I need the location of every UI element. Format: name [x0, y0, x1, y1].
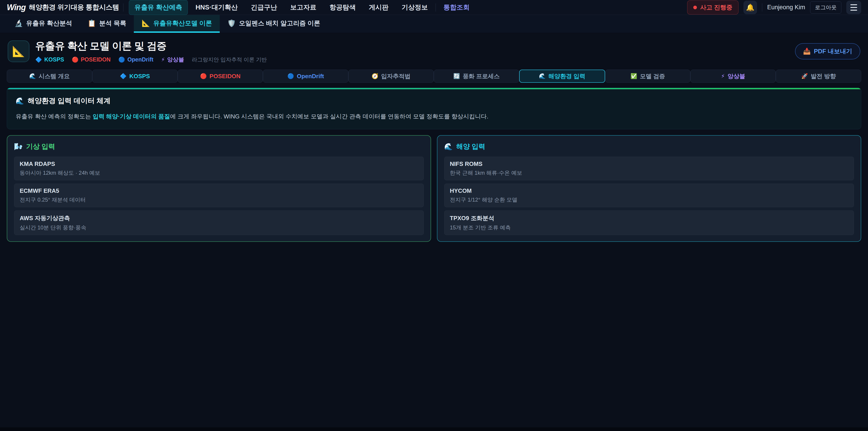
weather-input-card: 🌬️ 기상 입력 KMA RDAPS 동아시아 12km 해상도 · 24h 예…: [7, 135, 431, 242]
incident-status-badge[interactable]: 사고 진행중: [687, 0, 739, 14]
section-nav-opendrift[interactable]: 🔵 OpenDrift: [263, 70, 348, 83]
list-item-tpxo9[interactable]: TPXO9 조화분석 15개 분조 기반 조류 예측: [444, 210, 854, 235]
badge-opendrift: 🔵 OpenDrift: [118, 56, 153, 63]
model-badge-row: 🔷 KOSPS 🔴 POSEIDON 🔵 OpenDrift ⚡ 앙상블 라그랑…: [35, 56, 267, 63]
user-name: Eunjeong Kim: [767, 4, 805, 11]
incident-dot-icon: [693, 6, 697, 9]
app-logo[interactable]: Wing 해양환경 위기대응 통합시스템: [7, 3, 119, 12]
wave-icon: 🌊: [29, 73, 36, 79]
hamburger-menu-button[interactable]: [846, 1, 861, 14]
pdf-export-button[interactable]: 📥 PDF 내보내기: [795, 43, 860, 59]
nav-item-hns-atmospheric[interactable]: HNS·대기확산: [190, 0, 243, 15]
wave-icon: 🌊: [444, 143, 453, 151]
section-nav-label: POSEIDON: [210, 73, 241, 80]
lightning-icon: ⚡: [161, 57, 165, 63]
section-nav-particle-tracking[interactable]: 🧭 입자추적법: [348, 70, 434, 83]
section-nav-model-validation[interactable]: ✅ 모델 검증: [605, 70, 690, 83]
nav-item-integrated-search[interactable]: 통합조회: [438, 0, 475, 15]
badge-label: KOSPS: [44, 56, 64, 63]
wind-face-icon: 🌬️: [14, 143, 22, 151]
check-mark-icon: ✅: [630, 73, 637, 79]
tab-label: 오일펜스 배치 알고리즘 이론: [239, 19, 320, 28]
badge-ensemble: ⚡ 앙상블: [161, 56, 184, 63]
section-nav-marine-environment-input[interactable]: 🌊 해양환경 입력: [519, 70, 605, 83]
nav-item-emergency-rescue[interactable]: 긴급구난: [246, 0, 283, 15]
hamburger-bar: [850, 4, 857, 5]
weather-input-card-header: 🌬️ 기상 입력: [14, 142, 424, 151]
hamburger-bar: [850, 7, 857, 8]
list-item-kma-rdaps[interactable]: KMA RDAPS 동아시아 12km 해상도 · 24h 예보: [14, 157, 424, 180]
tab-analysis-list[interactable]: 📋 분석 목록: [80, 15, 134, 33]
page-title-iconbox: 📐: [8, 40, 29, 62]
tab-oil-fence-algorithm-theory[interactable]: 🛡️ 오일펜스 배치 알고리즘 이론: [220, 15, 328, 33]
blue-diamond-icon: 🔷: [120, 73, 127, 79]
blue-diamond-icon: 🔷: [35, 57, 42, 63]
user-divider: [762, 3, 762, 11]
blue-circle-icon: 🔵: [287, 73, 294, 79]
section-nav-weathering-process[interactable]: 🔄 풍화 프로세스: [434, 70, 519, 83]
badge-label: 앙상블: [167, 56, 184, 63]
compass-icon: 🧭: [372, 73, 378, 79]
badge-kosps: 🔷 KOSPS: [35, 56, 64, 63]
nav-item-aerial-search[interactable]: 항공탐색: [324, 0, 361, 15]
data-source-name: HYCOM: [450, 187, 848, 194]
notification-bell-button[interactable]: 🔔: [743, 1, 757, 14]
paragraph-prefix: 유출유 확산 예측의 정확도는: [16, 113, 93, 120]
badge-poseidon: 🔴 POSEIDON: [72, 56, 111, 63]
logout-button[interactable]: 로그아웃: [810, 1, 841, 13]
paragraph-suffix: 에 크게 좌우됩니다. WING 시스템은 국내외 수치예보 모델과 실시간 관…: [170, 113, 488, 120]
nav-item-oil-spill-forecast[interactable]: 유출유 확산예측: [129, 0, 188, 15]
list-item-ecmwf-era5[interactable]: ECMWF ERA5 전지구 0.25° 재분석 데이터: [14, 184, 424, 207]
list-item-hycom[interactable]: HYCOM 전지구 1/12° 해양 순환 모델: [444, 184, 854, 207]
incident-badge-label: 사고 진행중: [700, 3, 733, 11]
input-data-cards: 🌬️ 기상 입력 KMA RDAPS 동아시아 12km 해상도 · 24h 예…: [7, 135, 861, 242]
clipboard-icon: 📋: [88, 19, 96, 27]
tab-diffusion-model-theory[interactable]: 📐 유출유확산모델 이론: [134, 15, 219, 33]
overview-body: 🌊 해양환경 입력 데이터 체계 유출유 확산 예측의 정확도는 입력 해양·기…: [7, 89, 861, 129]
lightning-icon: ⚡: [721, 73, 725, 79]
page-title-texts: 유출유 확산 모델 이론 및 검증 🔷 KOSPS 🔴 POSEIDON 🔵 O…: [35, 39, 267, 63]
red-circle-icon: 🔴: [200, 73, 207, 79]
cycle-arrows-icon: 🔄: [453, 73, 460, 79]
nav-item-board[interactable]: 게시판: [364, 0, 394, 15]
weather-input-card-title: 기상 입력: [26, 142, 55, 151]
wave-icon: 🌊: [16, 97, 24, 105]
header-right-group: 사고 진행중 🔔 Eunjeong Kim 로그아웃: [687, 0, 861, 14]
page-title: 유출유 확산 모델 이론 및 검증: [35, 39, 267, 53]
inbox-tray-icon: 📥: [803, 48, 811, 55]
section-nav-future-direction[interactable]: 🚀 발전 방향: [776, 70, 861, 83]
nav-item-reports[interactable]: 보고자료: [285, 0, 322, 15]
overview-paragraph: 유출유 확산 예측의 정확도는 입력 해양·기상 데이터의 품질에 크게 좌우됩…: [16, 112, 852, 121]
paragraph-highlight: 입력 해양·기상 데이터의 품질: [93, 113, 170, 120]
tab-oil-spill-analysis[interactable]: 🔬 유출유 확산분석: [7, 15, 80, 33]
section-nav-label: 풍화 프로세스: [463, 72, 500, 80]
nav-item-weather-info[interactable]: 기상정보: [396, 0, 433, 15]
main-nav: 유출유 확산예측 HNS·대기확산 긴급구난 보고자료 항공탐색 게시판 기상정…: [129, 0, 475, 15]
data-source-name: NIFS ROMS: [450, 160, 848, 167]
app-title: 해양환경 위기대응 통합시스템: [29, 3, 119, 12]
section-nav-label: 해양환경 입력: [548, 72, 585, 80]
blue-circle-icon: 🔵: [118, 57, 125, 63]
shield-icon: 🛡️: [227, 19, 236, 27]
section-nav-label: 앙상블: [727, 72, 745, 80]
theory-basis-note: 라그랑지안 입자추적 이론 기반: [192, 56, 267, 63]
section-nav-system-overview[interactable]: 🌊 시스템 개요: [7, 70, 92, 83]
section-nav-kosps[interactable]: 🔷 KOSPS: [92, 70, 178, 83]
ocean-input-card-title: 해양 입력: [456, 142, 485, 151]
logo-wordmark: Wing: [7, 3, 26, 12]
red-circle-icon: 🔴: [72, 57, 79, 63]
data-source-desc: 한국 근해 1km 해류·수온 예보: [450, 169, 848, 177]
section-nav-ensemble[interactable]: ⚡ 앙상블: [690, 70, 776, 83]
data-source-desc: 15개 분조 기반 조류 예측: [450, 224, 848, 231]
tab-label: 유출유 확산분석: [26, 19, 72, 28]
page-title-row: 📐 유출유 확산 모델 이론 및 검증 🔷 KOSPS 🔴 POSEIDON 🔵…: [0, 33, 868, 68]
bell-icon: 🔔: [746, 3, 754, 11]
ocean-input-card-header: 🌊 해양 입력: [444, 142, 854, 151]
badge-label: OpenDrift: [127, 56, 153, 63]
list-item-aws-observation[interactable]: AWS 자동기상관측 실시간 10분 단위 풍향·풍속: [14, 210, 424, 235]
section-nav-poseidon[interactable]: 🔴 POSEIDON: [178, 70, 263, 83]
top-header: Wing 해양환경 위기대응 통합시스템 유출유 확산예측 HNS·대기확산 긴…: [0, 0, 868, 15]
pdf-export-label: PDF 내보내기: [814, 47, 852, 55]
page-bottom-strip: [0, 427, 868, 431]
list-item-nifs-roms[interactable]: NIFS ROMS 한국 근해 1km 해류·수온 예보: [444, 157, 854, 180]
